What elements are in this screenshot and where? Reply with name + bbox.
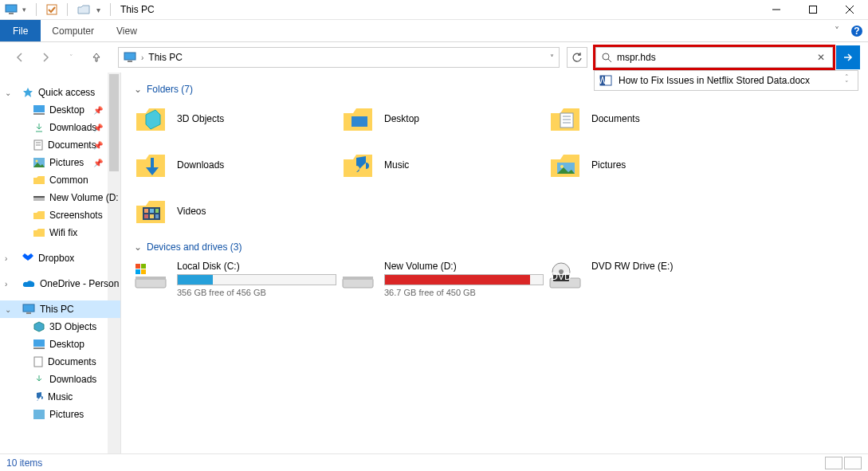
window-title: This PC	[120, 4, 155, 15]
maximize-button[interactable]	[795, 0, 831, 20]
minimize-button[interactable]	[758, 0, 795, 20]
sidebar-item-wifi-fix[interactable]: Wifi fix	[0, 224, 120, 241]
sidebar-item-common[interactable]: Common	[0, 171, 120, 189]
search-go-button[interactable]	[836, 45, 860, 69]
search-input[interactable]	[617, 52, 810, 63]
folder-videos[interactable]: Videos	[134, 195, 341, 227]
qat-separator-2	[67, 3, 68, 16]
desktop-icon	[33, 340, 45, 349]
svg-text:DVD: DVD	[551, 271, 571, 282]
sidebar-item-new-volume[interactable]: New Volume (D:	[0, 189, 120, 206]
drive-new-volume-d[interactable]: New Volume (D:) 36.7 GB free of 450 GB	[341, 261, 548, 297]
status-item-count: 10 items	[6, 457, 42, 469]
sidebar-item-3d-objects[interactable]: 3D Objects	[0, 318, 120, 336]
this-pc-icon	[5, 4, 18, 15]
svg-rect-29	[33, 347, 45, 349]
sidebar-item-documents-2[interactable]: Documents	[0, 353, 120, 371]
tab-file[interactable]: File	[0, 20, 41, 41]
desktop-folder-icon	[341, 103, 375, 135]
collapse-icon[interactable]: ⌄	[5, 305, 11, 314]
close-button[interactable]	[831, 0, 868, 20]
tab-computer[interactable]: Computer	[41, 20, 105, 41]
up-button[interactable]	[88, 49, 105, 66]
sidebar-item-downloads-2[interactable]: Downloads	[0, 371, 120, 388]
dvd-drive-icon: DVD	[548, 261, 582, 292]
search-box[interactable]: ✕	[595, 47, 833, 68]
drive-local-c[interactable]: Local Disk (C:) 356 GB free of 456 GB	[134, 261, 341, 297]
chevron-right-icon[interactable]: ›	[141, 53, 143, 62]
chevron-down-icon[interactable]: ⌄	[134, 84, 142, 95]
this-pc-crumb-icon	[124, 52, 136, 63]
sidebar-item-downloads[interactable]: Downloads📌	[0, 119, 120, 136]
sidebar-item-pictures[interactable]: Pictures📌	[0, 154, 120, 171]
breadcrumb[interactable]: › This PC	[124, 52, 183, 63]
section-folders: ⌄ Folders (7) 3D Objects Desktop Documen…	[134, 84, 860, 227]
address-history-icon[interactable]: ˅	[550, 53, 554, 62]
sidebar-quick-access[interactable]: ⌄ Quick access	[0, 84, 120, 101]
new-folder-icon[interactable]	[77, 4, 90, 15]
expand-icon[interactable]: ›	[5, 254, 7, 263]
sidebar-item-music[interactable]: Music	[0, 388, 120, 406]
qat-customize-icon[interactable]: ▾	[96, 6, 100, 14]
folder-desktop[interactable]: Desktop	[341, 103, 548, 135]
folder-3d-objects[interactable]: 3D Objects	[134, 103, 341, 135]
folder-documents[interactable]: Documents	[548, 103, 756, 135]
svg-rect-41	[150, 209, 154, 213]
sidebar-item-documents[interactable]: Documents📌	[0, 136, 120, 154]
folder-pictures[interactable]: Pictures	[548, 149, 756, 181]
status-bar: 10 items	[0, 453, 868, 471]
details-view-button[interactable]	[825, 457, 842, 469]
desktop-icon	[33, 105, 45, 115]
drive-icon	[33, 194, 45, 202]
back-button[interactable]	[11, 49, 29, 66]
help-icon[interactable]: ?	[846, 20, 868, 41]
svg-point-11	[603, 53, 609, 60]
search-icon	[601, 52, 612, 63]
drive-free-text: 36.7 GB free of 450 GB	[384, 288, 544, 297]
chevron-down-icon[interactable]: ⌄	[134, 241, 142, 253]
qat-dropdown-icon[interactable]: ▾	[22, 6, 26, 14]
svg-rect-49	[141, 264, 146, 269]
section-drives-header[interactable]: ⌄ Devices and drives (3)	[134, 241, 860, 253]
breadcrumb-location[interactable]: This PC	[148, 52, 183, 63]
svg-rect-51	[141, 269, 146, 274]
drive-free-text: 356 GB free of 456 GB	[177, 288, 336, 297]
main-area: ⌄ Quick access Desktop📌 Downloads📌 Docum…	[0, 73, 868, 453]
address-bar[interactable]: › This PC ˅	[118, 47, 560, 68]
documents-icon	[33, 139, 43, 151]
svg-rect-53	[343, 277, 373, 280]
tab-view[interactable]: View	[105, 20, 148, 41]
recent-locations-icon[interactable]: ˅	[62, 49, 80, 66]
drive-name: Local Disk (C:)	[177, 261, 336, 272]
search-suggestion-label: How to Fix Issues in Netflix Stored Data…	[619, 75, 834, 86]
ribbon-collapse-icon[interactable]: ˅	[828, 20, 846, 41]
drive-usage-bar	[177, 274, 336, 285]
svg-rect-27	[26, 312, 31, 314]
refresh-button[interactable]	[567, 47, 587, 68]
clear-search-icon[interactable]: ✕	[815, 52, 827, 63]
svg-rect-48	[136, 264, 140, 269]
expand-icon[interactable]: ›	[5, 280, 7, 288]
sidebar-item-desktop-2[interactable]: Desktop	[0, 336, 120, 353]
search-suggestion[interactable]: W How to Fix Issues in Netflix Stored Da…	[594, 70, 858, 91]
forward-button[interactable]	[37, 49, 54, 66]
svg-point-23	[36, 160, 38, 163]
folder-downloads[interactable]: Downloads	[134, 149, 341, 181]
svg-rect-44	[150, 214, 154, 218]
suggestion-scroll[interactable]: ˄ ˅	[840, 74, 853, 87]
sidebar-item-screenshots[interactable]: Screenshots	[0, 206, 120, 224]
drive-windows-icon	[134, 261, 167, 292]
collapse-icon[interactable]: ⌄	[5, 88, 11, 97]
large-icons-view-button[interactable]	[844, 457, 862, 469]
drive-dvd-e[interactable]: DVD DVD RW Drive (E:)	[548, 261, 756, 297]
sidebar-item-pictures-2[interactable]: Pictures	[0, 406, 120, 423]
svg-rect-26	[23, 304, 34, 312]
chevron-down-icon[interactable]: ˅	[845, 80, 849, 87]
sidebar-this-pc[interactable]: ⌄This PC	[0, 300, 120, 318]
sidebar-item-desktop[interactable]: Desktop📌	[0, 101, 120, 119]
sidebar-onedrive[interactable]: ›OneDrive - Person	[0, 275, 120, 292]
pictures-folder-icon	[548, 149, 582, 181]
sidebar-dropbox[interactable]: ›Dropbox	[0, 249, 120, 267]
properties-check-icon[interactable]	[46, 4, 57, 15]
folder-music[interactable]: Music	[341, 149, 548, 181]
